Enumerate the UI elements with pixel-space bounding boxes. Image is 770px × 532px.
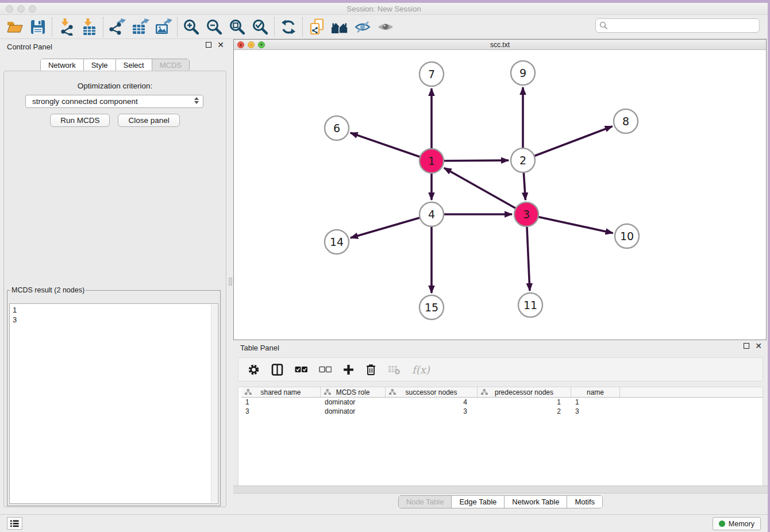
export-network-button[interactable] — [106, 17, 129, 37]
main-toolbar — [0, 15, 768, 39]
import-network-button[interactable] — [55, 17, 78, 37]
tab-motifs[interactable]: Motifs — [567, 496, 602, 508]
add-column-button[interactable] — [343, 364, 354, 375]
apply-layout-button[interactable] — [277, 17, 300, 37]
tab-network-table[interactable]: Network Table — [504, 496, 567, 508]
toolbar-separator — [52, 17, 52, 37]
zoom-in-button[interactable] — [180, 17, 203, 37]
table-options-button[interactable] — [248, 364, 260, 376]
graph-edge-3-10[interactable] — [526, 214, 613, 233]
toolbar-separator — [302, 17, 303, 37]
first-neighbors-button[interactable] — [305, 17, 328, 37]
window-title: Session: New Session — [0, 5, 768, 13]
network-window-titlebar[interactable]: x - + scc.txt — [234, 40, 766, 50]
column-header-shared-name[interactable]: shared name — [241, 387, 321, 397]
show-panels-button[interactable] — [7, 517, 22, 530]
houses-icon — [330, 20, 349, 34]
node-table: shared nameMCDS rolesuccessor nodesprede… — [238, 387, 763, 485]
hide-button[interactable] — [351, 17, 374, 37]
deselect-all-button[interactable] — [319, 366, 332, 373]
memory-status-icon — [719, 521, 725, 527]
open-folder-icon — [6, 20, 24, 34]
export-table-button[interactable] — [129, 17, 152, 37]
export-image-button[interactable] — [152, 17, 175, 37]
zoom-selected-button[interactable] — [249, 17, 272, 37]
table-header-row: shared nameMCDS rolesuccessor nodesprede… — [241, 387, 763, 398]
cyndex-button[interactable] — [328, 17, 351, 37]
column-header-predecessor-nodes[interactable]: predecessor nodes — [478, 387, 571, 397]
app-window: Session: New Session — [0, 3, 768, 532]
zoom-out-button[interactable] — [203, 17, 226, 37]
control-panel-title: Control Panel — [7, 43, 52, 51]
table-cell: 3 — [571, 407, 620, 416]
vertical-splitter-grip[interactable] — [229, 277, 232, 286]
graph-edge-1-6[interactable] — [351, 133, 432, 161]
criterion-select[interactable]: strongly connected component — [25, 95, 203, 108]
tab-style[interactable]: Style — [83, 59, 116, 71]
tab-select[interactable]: Select — [116, 59, 152, 71]
zoom-in-icon — [183, 18, 200, 36]
close-panel-icon[interactable]: ✕ — [217, 42, 224, 48]
graph-edge-3-1[interactable] — [444, 168, 526, 214]
zoom-fit-button[interactable] — [226, 17, 249, 37]
select-stepper-icon — [194, 97, 199, 104]
toolbar-separator — [177, 17, 178, 37]
table-cell: 2 — [478, 407, 571, 416]
control-panel-header: Control Panel ✕ — [0, 39, 230, 54]
column-header-MCDS-role[interactable]: MCDS role — [321, 387, 386, 397]
refresh-icon — [280, 19, 297, 35]
graph-node-label-10: 10 — [620, 230, 634, 242]
import-table-button[interactable] — [78, 17, 101, 37]
zoom-fit-icon — [229, 18, 246, 36]
float-table-panel-icon[interactable] — [744, 343, 749, 349]
save-session-button[interactable] — [26, 17, 49, 37]
eye-icon — [377, 21, 394, 33]
float-panel-icon[interactable] — [206, 42, 211, 48]
table-panel: Table Panel ✕ — [233, 340, 768, 514]
show-button[interactable] — [374, 17, 397, 37]
search-field[interactable] — [595, 18, 760, 33]
graph-edge-2-8[interactable] — [523, 126, 613, 160]
tab-network[interactable]: Network — [41, 59, 83, 71]
toolbar-separator — [274, 17, 275, 37]
mcds-result-title: MCDS result (2 nodes) — [10, 286, 86, 294]
show-columns-button[interactable] — [271, 364, 283, 376]
table-cell: dominator — [321, 407, 386, 416]
delete-table-button[interactable] — [388, 364, 401, 375]
delete-column-button[interactable] — [365, 364, 376, 376]
graph-node-label-6: 6 — [333, 122, 340, 134]
table-cell: 3 — [241, 407, 321, 416]
table-row[interactable]: 1dominator411 — [241, 398, 763, 407]
function-builder-button[interactable]: f(x) — [412, 364, 430, 376]
documents-network-icon — [309, 18, 325, 36]
close-panel-button[interactable]: Close panel — [118, 114, 179, 127]
graph-node-label-2: 2 — [519, 154, 526, 167]
run-mcds-button[interactable]: Run MCDS — [50, 114, 110, 127]
graph-node-label-7: 7 — [428, 68, 435, 80]
tab-edge-table[interactable]: Edge Table — [451, 496, 504, 508]
table-cell: 1 — [241, 398, 321, 407]
column-header-name[interactable]: name — [571, 387, 620, 397]
plus-icon — [343, 364, 354, 375]
open-session-button[interactable] — [3, 17, 26, 37]
table-row[interactable]: 3dominator323 — [241, 407, 763, 416]
tab-node-table[interactable]: Node Table — [399, 496, 452, 508]
tab-mcds[interactable]: MCDS — [152, 59, 189, 71]
select-all-button[interactable] — [295, 366, 307, 373]
memory-button[interactable]: Memory — [713, 517, 761, 530]
column-header-successor-nodes[interactable]: successor nodes — [386, 387, 478, 397]
network-canvas[interactable]: 1234678910111415 — [234, 50, 766, 340]
criterion-value: strongly connected component — [32, 97, 138, 106]
mcds-result-list[interactable]: 1 3 — [9, 303, 218, 504]
close-table-panel-icon[interactable]: ✕ — [755, 343, 762, 349]
trash-icon — [365, 364, 376, 376]
export-image-icon — [154, 18, 172, 36]
save-floppy-icon — [30, 20, 45, 34]
result-scrollbar[interactable] — [211, 304, 217, 503]
search-input[interactable] — [608, 21, 759, 30]
eye-slash-icon — [354, 20, 371, 34]
graph-node-label-14: 14 — [330, 236, 344, 248]
select-all-icon — [295, 366, 307, 373]
control-panel-tabs: NetworkStyleSelectMCDS — [40, 59, 190, 72]
table-panel-header: Table Panel ✕ — [233, 340, 768, 355]
